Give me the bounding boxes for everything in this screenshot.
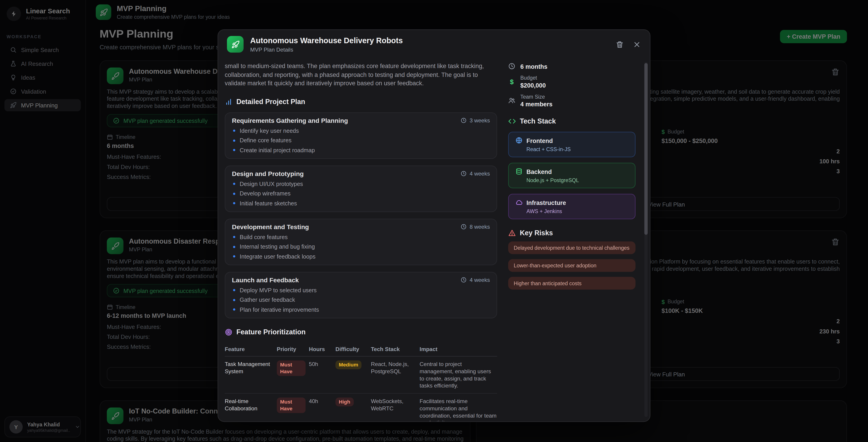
plan-summary: small to medium-sized teams. The plan em… [225, 62, 497, 88]
section-feature-prioritization: Feature Prioritization [225, 328, 497, 336]
phase-task: Plan for iterative improvements [232, 306, 490, 313]
table-header-row: Feature Priority Hours Difficulty Tech S… [225, 343, 497, 356]
phase-task: Design UI/UX prototypes [232, 180, 490, 188]
globe-icon [516, 137, 523, 144]
phase-task: Integrate user feedback loops [232, 253, 490, 260]
app-window: Linear Search AI Powered Research WORKSP… [0, 0, 868, 442]
phase-task: Develop wireframes [232, 190, 490, 197]
scrollbar-thumb[interactable] [644, 63, 648, 235]
risk-item: Higher than anticipated costs [508, 277, 636, 290]
table-row: Task Management System Must Have 50h Med… [225, 356, 497, 393]
bar-chart-icon [225, 98, 232, 106]
modal-subtitle: MVP Plan Details [250, 47, 403, 53]
clock-icon [461, 171, 467, 177]
phase-duration: 8 weeks [461, 224, 490, 230]
users-icon [508, 97, 516, 104]
stat-label: Budget [520, 75, 546, 81]
phase-task: Build core features [232, 234, 490, 241]
code-icon [508, 117, 516, 125]
stat-budget: $ Budget $200,000 [508, 75, 636, 88]
phase-task: Deploy MVP to selected users [232, 287, 490, 294]
priority-badge: Must Have [277, 360, 306, 376]
difficulty-badge: High [335, 397, 353, 406]
clock-icon [508, 62, 516, 69]
project-phase: Development and Testing 8 weeks Build co… [225, 218, 497, 265]
tech-stack-backend: Backend Node.js + PostgreSQL [508, 163, 636, 188]
phase-duration: 3 weeks [461, 118, 490, 124]
stat-label: Team Size [520, 94, 553, 100]
phase-task: Create initial project roadmap [232, 147, 490, 154]
modal-scrollbar[interactable] [644, 62, 648, 417]
section-detailed-project-plan: Detailed Project Plan [225, 98, 497, 106]
section-tech-stack: Tech Stack [508, 117, 636, 125]
stat-team-size: Team Size 4 members [508, 94, 636, 108]
project-phase: Design and Prototyping 4 weeks Design UI… [225, 165, 497, 212]
modal-body: small to medium-sized teams. The plan em… [218, 59, 650, 421]
tech-stack-infrastructure: Infrastructure AWS + Jenkins [508, 194, 636, 219]
modal-title: Autonomous Warehouse Delivery Robots [250, 36, 403, 45]
clock-icon [461, 277, 467, 283]
feature-table: Feature Priority Hours Difficulty Tech S… [225, 343, 497, 421]
priority-badge: Must Have [277, 397, 306, 413]
phase-task: Gather user feedback [232, 296, 490, 303]
phase-task: Initial feature sketches [232, 200, 490, 207]
risk-item: Lower-than-expected user adoption [508, 259, 636, 272]
phase-duration: 4 weeks [461, 277, 490, 283]
delete-plan-button[interactable] [616, 40, 624, 49]
stat-timeline: 6 months [508, 62, 636, 70]
close-icon[interactable] [633, 40, 641, 49]
clock-icon [461, 224, 467, 230]
risk-item: Delayed development due to technical cha… [508, 241, 636, 254]
warning-icon [508, 229, 516, 237]
phase-task: Define core features [232, 137, 490, 144]
tech-stack-frontend: Frontend React + CSS-in-JS [508, 132, 636, 157]
phase-task: Internal testing and bug fixing [232, 243, 490, 251]
clock-icon [461, 118, 467, 124]
phase-duration: 4 weeks [461, 171, 490, 177]
project-phase: Launch and Feedback 4 weeks Deploy MVP t… [225, 272, 497, 318]
mvp-plan-details-modal: Autonomous Warehouse Delivery Robots MVP… [218, 29, 650, 422]
cloud-icon [516, 199, 523, 206]
target-icon [225, 328, 232, 336]
table-row: Real-time Collaboration Must Have 40h Hi… [225, 393, 497, 421]
dollar-icon: $ [508, 78, 516, 86]
stat-value: 4 members [520, 101, 553, 107]
section-key-risks: Key Risks [508, 229, 636, 237]
rocket-icon [227, 36, 244, 53]
database-icon [516, 168, 523, 175]
stat-value: $200,000 [520, 82, 546, 88]
stat-value: 6 months [520, 63, 548, 70]
phase-task: Identify key user needs [232, 127, 490, 135]
difficulty-badge: Medium [335, 360, 362, 369]
project-phase: Requirements Gathering and Planning 3 we… [225, 112, 497, 159]
